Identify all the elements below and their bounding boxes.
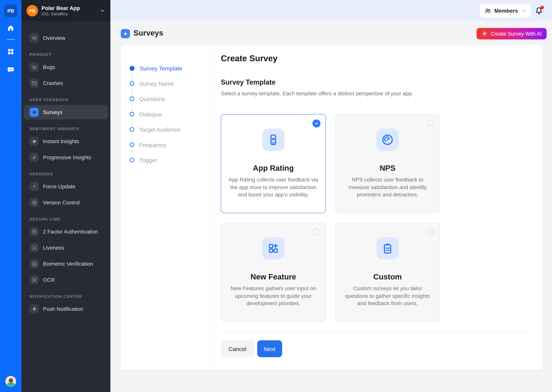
template-card-nps[interactable]: NPS NPS collects user feedback to measur… xyxy=(335,114,440,213)
sidebar-item-label: 2 Factor Authentication xyxy=(43,229,98,235)
step-dot xyxy=(130,81,134,86)
app-name: Polar Bear App xyxy=(41,5,80,12)
template-title: NPS xyxy=(335,163,440,173)
chevron-down-icon xyxy=(521,8,526,14)
step-dot xyxy=(130,127,134,132)
top-bar: Members xyxy=(110,0,552,21)
star-icon xyxy=(121,29,130,38)
step-dot-active xyxy=(130,66,135,71)
step-frequency[interactable]: Frequency xyxy=(121,137,211,152)
sidebar-item-2fa[interactable]: 2 Factor Authentication xyxy=(24,224,108,239)
sidebar-nav: Overview PRODUCT Bugs Crashes USER FEEDB… xyxy=(22,21,110,316)
footer-divider xyxy=(221,331,534,331)
step-survey-name[interactable]: Survey Name xyxy=(121,76,211,91)
next-button[interactable]: Next xyxy=(257,340,282,357)
step-survey-template[interactable]: Survey Template xyxy=(121,61,211,76)
sidebar-item-label: Liveness xyxy=(43,245,64,251)
sidebar-item-label: Version Control xyxy=(43,199,80,206)
sidebar-item-push-notification[interactable]: Push Notification xyxy=(24,302,108,316)
template-cards: App Rating App Rating collects user feed… xyxy=(221,114,440,322)
sidebar-item-label: Force Update xyxy=(43,183,75,189)
crash-window-icon xyxy=(29,78,39,88)
shield-lock-icon xyxy=(29,227,39,236)
sidebar-item-force-update[interactable]: Force Update xyxy=(24,179,108,194)
app-switcher[interactable]: PB Polar Bear App iOS, SandBox xyxy=(22,0,110,21)
sidebar-item-crashes[interactable]: Crashes xyxy=(24,76,108,90)
create-survey-ai-label: Create Survey With AI xyxy=(491,31,542,36)
bell-icon xyxy=(29,304,39,314)
step-dialogue[interactable]: Dialogue xyxy=(121,106,211,122)
sidebar-item-label: Surveys xyxy=(43,109,62,115)
sidebar-item-label: Instant Insights xyxy=(43,138,79,144)
sidebar-item-progressive-insights[interactable]: Progressive Insights xyxy=(24,150,108,165)
create-survey-ai-button[interactable]: Create Survey With AI xyxy=(477,28,547,39)
main-content: Surveys Create Survey With AI Survey Tem… xyxy=(110,21,552,392)
bug-icon xyxy=(29,63,39,72)
wizard-stepper: Survey Template Survey Name Questions Di… xyxy=(121,45,211,370)
home-button[interactable] xyxy=(5,23,16,33)
sidebar-item-biometric[interactable]: Biometric Verification xyxy=(24,257,108,271)
apps-button[interactable] xyxy=(5,46,16,57)
sidebar-item-instant-insights[interactable]: Instant Insights xyxy=(24,134,108,148)
notifications-button[interactable] xyxy=(534,6,544,16)
wizard-actions: Cancel Next xyxy=(221,340,534,357)
step-label: Frequency xyxy=(139,141,166,148)
sidebar-item-label: Crashes xyxy=(43,80,63,86)
section-title: Survey Template xyxy=(221,78,534,86)
template-card-app-rating[interactable]: App Rating App Rating collects user feed… xyxy=(221,114,326,213)
selected-check-icon xyxy=(312,119,320,127)
step-target-audience[interactable]: Target Audience xyxy=(121,122,211,137)
template-description: NPS collects user feedback to measure sa… xyxy=(341,176,434,198)
section-label-versions: VERSIONS xyxy=(24,171,108,176)
phone-star-icon xyxy=(262,129,284,151)
step-label: Trigger xyxy=(139,157,157,163)
radio-unselected xyxy=(313,229,320,235)
sidebar-item-label: Overview xyxy=(43,35,65,41)
template-card-new-feature[interactable]: New Feature New Features gathers user in… xyxy=(221,223,326,322)
app-platform: iOS, SandBox xyxy=(41,12,80,16)
rail-divider xyxy=(7,39,15,40)
app-avatar: PB xyxy=(26,5,38,16)
chat-button[interactable] xyxy=(5,64,16,75)
cube-icon xyxy=(29,198,39,207)
step-label: Target Audience xyxy=(139,126,180,133)
step-dot xyxy=(130,142,134,147)
template-title: Custom xyxy=(335,272,440,281)
avatar-head xyxy=(9,378,13,383)
template-title: App Rating xyxy=(221,163,326,173)
step-questions[interactable]: Questions xyxy=(121,91,211,106)
sidebar: PB Polar Bear App iOS, SandBox Overview … xyxy=(22,0,110,392)
sidebar-item-ocr[interactable]: OCR xyxy=(24,273,108,287)
members-button[interactable]: Members xyxy=(479,4,531,18)
step-trigger[interactable]: Trigger xyxy=(121,152,211,168)
sidebar-item-label: Bugs xyxy=(43,64,55,70)
notification-badge xyxy=(540,6,544,9)
wizard-heading: Create Survey xyxy=(221,54,534,63)
sidebar-item-overview[interactable]: Overview xyxy=(24,31,108,45)
sidebar-item-version-control[interactable]: Version Control xyxy=(24,195,108,210)
workspace-rail: PB xyxy=(0,0,22,392)
template-card-custom[interactable]: Custom Custom surveys let you tailor que… xyxy=(335,223,440,322)
workspace-logo[interactable]: PB xyxy=(4,4,17,17)
user-avatar[interactable] xyxy=(5,376,16,387)
sidebar-item-surveys[interactable]: Surveys xyxy=(24,105,108,119)
page-title: Surveys xyxy=(133,29,163,37)
template-description: New Features gathers user input on upcom… xyxy=(227,285,319,307)
overview-icon xyxy=(29,33,39,42)
template-title: New Feature xyxy=(221,272,326,281)
sidebar-item-bugs[interactable]: Bugs xyxy=(24,60,108,74)
id-scan-icon xyxy=(29,275,39,284)
step-label: Survey Name xyxy=(139,80,174,87)
star-icon xyxy=(29,108,39,117)
step-label: Dialogue xyxy=(139,111,162,117)
template-description: Custom surveys let you tailor questions … xyxy=(341,285,434,307)
arrow-up-icon xyxy=(29,182,39,191)
sidebar-item-liveness[interactable]: Liveness xyxy=(24,240,108,255)
section-label-user-feedback: USER FEEDBACK xyxy=(24,97,108,102)
sidebar-item-label: Push Notification xyxy=(43,306,83,312)
sidebar-item-label: Biometric Verification xyxy=(43,261,93,267)
template-description: App Rating collects user feedback via th… xyxy=(227,176,319,198)
wizard-content: Create Survey Survey Template Select a s… xyxy=(211,45,543,370)
cancel-button[interactable]: Cancel xyxy=(221,340,254,357)
apps-grid-icon xyxy=(7,48,15,56)
